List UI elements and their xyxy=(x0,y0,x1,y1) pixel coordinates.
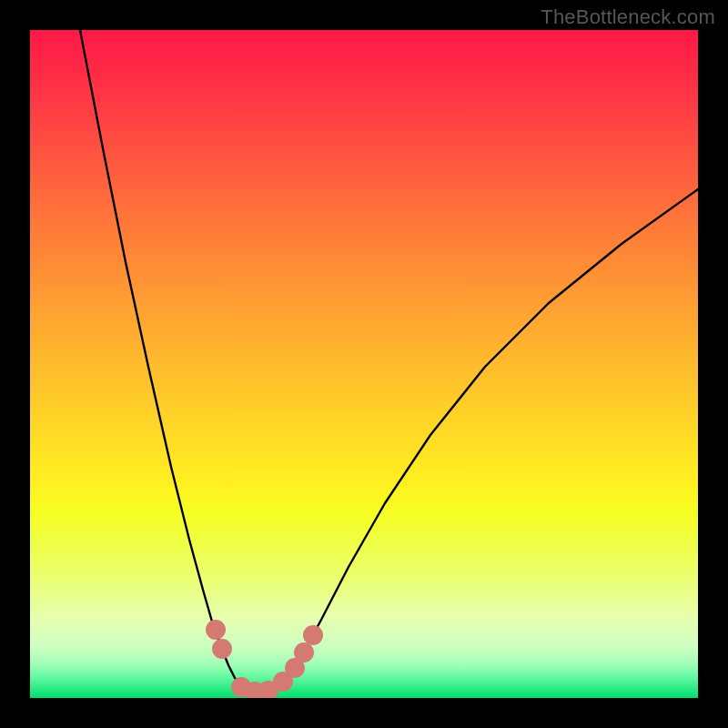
highlight-markers xyxy=(206,620,323,698)
chart-svg xyxy=(30,30,698,698)
chart-frame: TheBottleneck.com xyxy=(0,0,728,728)
highlight-marker xyxy=(206,620,226,640)
watermark-text: TheBottleneck.com xyxy=(541,5,715,29)
highlight-marker xyxy=(212,639,232,659)
bottleneck-curve xyxy=(80,30,698,693)
highlight-marker xyxy=(303,625,323,645)
plot-area xyxy=(30,30,698,698)
highlight-marker xyxy=(294,642,314,662)
